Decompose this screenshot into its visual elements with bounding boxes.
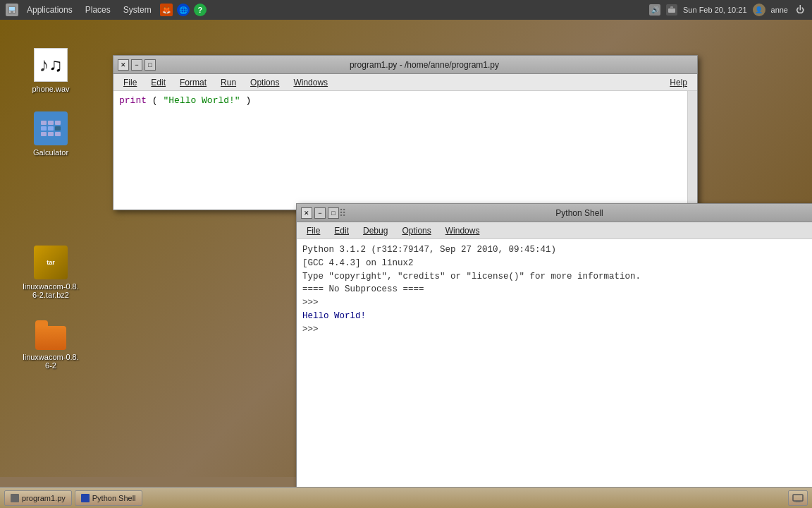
user-avatar: 👤	[753, 4, 765, 16]
idle-titlebar[interactable]: ✕ − □ program1.py - /home/anne/program1.…	[113, 56, 697, 74]
taskbar-program1-button[interactable]: program1.py	[4, 490, 72, 506]
tar-label: linuxwacom-0.8.6-2.tar.bz2	[23, 282, 79, 299]
idle-window-controls[interactable]: ✕ − □	[118, 59, 156, 71]
desktop: ♫ phone.wav Galculator tar linuxwacom-0.…	[0, 20, 812, 477]
username: anne	[771, 6, 788, 14]
shell-maximize-button[interactable]: □	[328, 207, 339, 219]
show-desktop-button[interactable]	[788, 490, 808, 506]
idle-menu-options[interactable]: Options	[245, 76, 285, 89]
shell-hello-world: Hello World!	[302, 310, 811, 323]
phone-wav-label: phone.wav	[23, 85, 79, 93]
svg-rect-6	[793, 495, 803, 501]
program1-icon	[11, 494, 19, 502]
shell-icon	[81, 494, 90, 502]
shell-prompt-1[interactable]: >>>	[302, 296, 811, 310]
datetime: Sun Feb 20, 10:21	[683, 6, 747, 14]
shell-line-4: ==== No Subprocess ====	[302, 283, 811, 296]
shell-line-2: [GCC 4.4.3] on linux2	[302, 257, 811, 270]
idle-maximize-button[interactable]: □	[144, 59, 156, 71]
applications-menu[interactable]: Applications	[23, 4, 77, 16]
idle-menu-run[interactable]: Run	[215, 76, 242, 89]
shell-close-button[interactable]: ✕	[301, 207, 312, 219]
taskbar-program1-label: program1.py	[22, 494, 66, 502]
keyword-print: print	[119, 95, 147, 106]
volume-icon[interactable]: 🔊	[649, 4, 660, 16]
taskbar-bottom: program1.py Python Shell	[0, 487, 812, 508]
code-string: "Hello World!"	[163, 95, 240, 106]
idle-menu-format[interactable]: Format	[174, 76, 212, 89]
editor-scrollbar[interactable]	[687, 91, 697, 210]
desktop-icon-tar[interactable]: tar linuxwacom-0.8.6-2.tar.bz2	[23, 246, 79, 299]
shell-menu-edit[interactable]: Edit	[328, 224, 355, 237]
idle-menu-edit[interactable]: Edit	[145, 76, 171, 89]
idle-menu-file[interactable]: File	[118, 76, 142, 89]
power-icon[interactable]: ⏻	[794, 4, 806, 16]
idle-menu-help[interactable]: Help	[664, 76, 693, 89]
desktop-icon-phone-wav[interactable]: ♫ phone.wav	[23, 48, 79, 93]
taskbar-shell-label: Python Shell	[92, 494, 136, 502]
taskbar-top: Applications Places System 🦊 🌐 ? 🔊 Sun F…	[0, 0, 812, 20]
svg-rect-5	[670, 6, 673, 9]
desktop-icon-folder[interactable]: linuxwacom-0.8.6-2	[23, 316, 79, 370]
shell-menu-debug[interactable]: Debug	[357, 224, 393, 237]
code-line-1: print ( "Hello World!" )	[119, 95, 691, 106]
svg-rect-2	[9, 11, 11, 13]
taskbar-top-right: 🔊 Sun Feb 20, 10:21 👤 anne ⏻	[649, 4, 806, 16]
network-icon[interactable]	[666, 4, 677, 16]
shell-menu-windows[interactable]: Windows	[440, 224, 486, 237]
svg-rect-1	[9, 7, 15, 11]
shell-line-1: Python 3.1.2 (r312:79147, Sep 27 2010, 0…	[302, 243, 811, 257]
idle-editor-window: ✕ − □ program1.py - /home/anne/program1.…	[113, 55, 698, 210]
taskbar-bottom-right	[788, 490, 808, 506]
galculator-label: Galculator	[23, 148, 79, 157]
browser-icon[interactable]: 🌐	[177, 4, 190, 16]
help-icon[interactable]: ?	[194, 4, 207, 16]
shell-window-controls[interactable]: ✕ − □	[301, 207, 339, 219]
taskbar-shell-button[interactable]: Python Shell	[75, 490, 142, 506]
code-paren-close: )	[245, 95, 251, 106]
shell-menu-options[interactable]: Options	[396, 224, 436, 237]
idle-menu-windows[interactable]: Windows	[288, 76, 333, 89]
shell-line-3: Type "copyright", "credits" or "license(…	[302, 270, 811, 284]
firefox-icon[interactable]: 🦊	[160, 4, 173, 16]
python-shell-window: ✕ − □ ⠿ Python Shell File Edit Debug Opt…	[296, 203, 812, 508]
places-menu[interactable]: Places	[81, 4, 115, 16]
idle-minimize-button[interactable]: −	[131, 59, 142, 71]
taskbar-top-left: Applications Places System 🦊 🌐 ?	[6, 4, 207, 16]
shell-drag-handle[interactable]: ⠿	[339, 207, 346, 219]
idle-close-button[interactable]: ✕	[118, 59, 129, 71]
idle-title: program1.py - /home/anne/program1.py	[156, 60, 693, 70]
idle-menubar: File Edit Format Run Options Windows Hel…	[113, 74, 697, 91]
system-menu[interactable]: System	[119, 4, 156, 16]
folder-label: linuxwacom-0.8.6-2	[23, 353, 79, 370]
shell-minimize-button[interactable]: −	[314, 207, 326, 219]
system-icon[interactable]	[6, 4, 18, 16]
shell-content[interactable]: Python 3.1.2 (r312:79147, Sep 27 2010, 0…	[297, 239, 812, 508]
shell-prompt-2[interactable]: >>>	[302, 323, 811, 337]
shell-menubar: File Edit Debug Options Windows	[297, 222, 812, 239]
svg-rect-7	[796, 501, 800, 502]
svg-rect-3	[13, 11, 15, 13]
shell-titlebar[interactable]: ✕ − □ ⠿ Python Shell	[297, 204, 812, 222]
svg-rect-8	[794, 502, 801, 502]
code-paren-open: (	[152, 95, 158, 106]
desktop-icon-galculator[interactable]: Galculator	[23, 111, 79, 157]
shell-menu-file[interactable]: File	[301, 224, 326, 237]
shell-title: Python Shell	[346, 208, 812, 218]
idle-editor-content[interactable]: print ( "Hello World!" )	[113, 91, 697, 210]
